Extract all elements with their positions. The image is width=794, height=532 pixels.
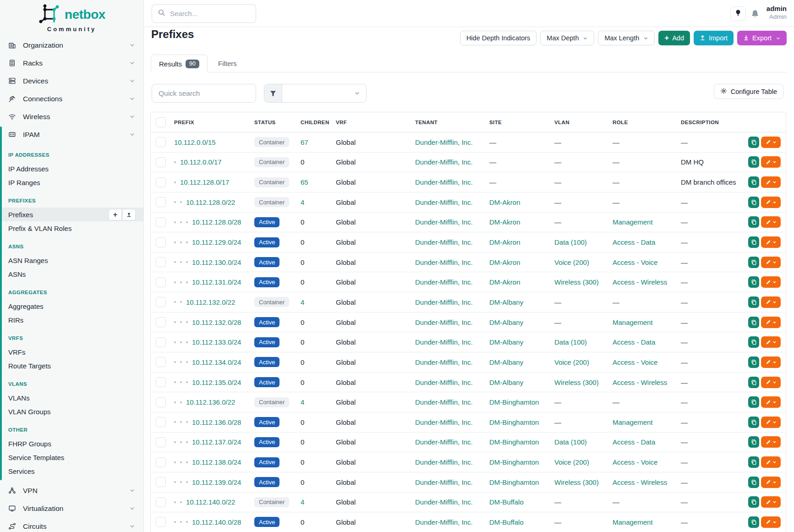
- prefix-link[interactable]: 10.112.0.0/17: [180, 158, 222, 166]
- prefix-link[interactable]: 10.112.138.0/24: [192, 458, 241, 466]
- role-cell-link[interactable]: Access - Voice: [613, 258, 657, 266]
- role-cell-link[interactable]: Management: [613, 318, 653, 326]
- tenant-cell-link[interactable]: Dunder-Mifflin, Inc.: [415, 298, 473, 306]
- tenant-cell-link[interactable]: Dunder-Mifflin, Inc.: [415, 378, 473, 386]
- row-checkbox[interactable]: [156, 277, 166, 287]
- role-cell-link[interactable]: Management: [613, 418, 653, 426]
- site-cell-link[interactable]: DM-Buffalo: [489, 518, 524, 526]
- row-checkbox[interactable]: [156, 397, 166, 407]
- sidebar-item-ip-ranges[interactable]: IP Ranges: [0, 176, 143, 189]
- role-cell-link[interactable]: Access - Data: [613, 238, 655, 246]
- brand[interactable]: netbox Community: [0, 0, 143, 33]
- copy-button[interactable]: [748, 276, 759, 288]
- sidebar-item-wireless[interactable]: Wireless: [0, 108, 143, 126]
- site-cell-link[interactable]: DM-Albany: [489, 338, 523, 346]
- sidebar-item-asn-ranges[interactable]: ASN Ranges: [0, 253, 143, 267]
- prefix-link[interactable]: 10.112.136.0/22: [186, 398, 235, 406]
- role-cell-link[interactable]: Access - Voice: [613, 358, 657, 366]
- row-checkbox[interactable]: [156, 297, 166, 307]
- tenant-cell-link[interactable]: Dunder-Mifflin, Inc.: [415, 318, 473, 326]
- tenant-cell-link[interactable]: Dunder-Mifflin, Inc.: [415, 438, 473, 446]
- tenant-cell-link[interactable]: Dunder-Mifflin, Inc.: [415, 218, 473, 226]
- vlan-cell-link[interactable]: Wireless (300): [554, 478, 599, 486]
- copy-button[interactable]: [748, 496, 759, 508]
- global-search-input[interactable]: Search...: [152, 4, 256, 23]
- children-link[interactable]: 67: [301, 138, 308, 146]
- row-checkbox[interactable]: [156, 437, 166, 447]
- import-prefix-button[interactable]: [122, 209, 136, 220]
- tenant-cell-link[interactable]: Dunder-Mifflin, Inc.: [415, 418, 473, 426]
- row-checkbox[interactable]: [156, 457, 166, 467]
- row-checkbox[interactable]: [156, 197, 166, 207]
- children-link[interactable]: 65: [301, 178, 308, 186]
- edit-button[interactable]: [761, 417, 781, 428]
- prefix-link[interactable]: 10.112.128.0/17: [180, 178, 229, 186]
- column-header-description[interactable]: DESCRIPTION: [681, 112, 719, 132]
- column-header-role[interactable]: ROLE: [613, 112, 628, 132]
- edit-button[interactable]: [761, 257, 781, 268]
- prefix-link[interactable]: 10.112.131.0/24: [192, 278, 241, 286]
- prefix-link[interactable]: 10.112.129.0/24: [192, 238, 241, 246]
- saved-filter-select[interactable]: [282, 84, 366, 102]
- copy-button[interactable]: [748, 317, 759, 328]
- copy-button[interactable]: [748, 156, 759, 168]
- site-cell-link[interactable]: DM-Akron: [489, 198, 520, 206]
- max-length-dropdown[interactable]: Max Length: [598, 31, 655, 45]
- site-cell-link[interactable]: DM-Binghamton: [489, 458, 539, 466]
- column-header-site[interactable]: SITE: [489, 112, 502, 132]
- hide-depth-indicators-button[interactable]: Hide Depth Indicators: [460, 31, 537, 45]
- tenant-cell-link[interactable]: Dunder-Mifflin, Inc.: [415, 478, 473, 486]
- export-button[interactable]: Export: [737, 31, 787, 45]
- edit-button[interactable]: [761, 496, 781, 508]
- prefix-link[interactable]: 10.112.134.0/24: [192, 358, 241, 366]
- row-checkbox[interactable]: [156, 497, 166, 507]
- sidebar-item-route-targets[interactable]: Route Targets: [0, 359, 143, 373]
- row-checkbox[interactable]: [156, 417, 166, 427]
- prefix-link[interactable]: 10.112.137.0/24: [192, 438, 241, 446]
- vlan-cell-link[interactable]: Data (100): [554, 438, 587, 446]
- sidebar-item-vlan-groups[interactable]: VLAN Groups: [0, 405, 143, 418]
- site-cell-link[interactable]: DM-Albany: [489, 298, 523, 306]
- site-cell-link[interactable]: DM-Akron: [489, 218, 520, 226]
- edit-button[interactable]: [761, 236, 781, 248]
- theme-toggle-button[interactable]: [730, 6, 746, 21]
- row-checkbox[interactable]: [156, 137, 166, 147]
- tenant-cell-link[interactable]: Dunder-Mifflin, Inc.: [415, 278, 473, 286]
- vlan-cell-link[interactable]: Voice (200): [554, 458, 589, 466]
- row-checkbox[interactable]: [156, 337, 166, 347]
- row-checkbox[interactable]: [156, 377, 166, 387]
- column-header-vrf[interactable]: VRF: [336, 112, 347, 132]
- vlan-cell-link[interactable]: Data (100): [554, 338, 587, 346]
- role-cell-link[interactable]: Access - Wireless: [613, 478, 667, 486]
- copy-button[interactable]: [748, 296, 759, 308]
- notifications-button[interactable]: [750, 9, 760, 20]
- copy-button[interactable]: [748, 436, 759, 448]
- edit-button[interactable]: [761, 176, 781, 188]
- tenant-cell-link[interactable]: Dunder-Mifflin, Inc.: [415, 178, 473, 186]
- edit-button[interactable]: [761, 137, 781, 148]
- copy-button[interactable]: [748, 477, 759, 488]
- site-cell-link[interactable]: DM-Binghamton: [489, 398, 539, 406]
- add-prefix-button[interactable]: [109, 209, 122, 220]
- tenant-cell-link[interactable]: Dunder-Mifflin, Inc.: [415, 398, 473, 406]
- sidebar-item-ipam[interactable]: IPAM: [0, 126, 143, 143]
- copy-button[interactable]: [748, 216, 759, 228]
- tenant-cell-link[interactable]: Dunder-Mifflin, Inc.: [415, 238, 473, 246]
- site-cell-link[interactable]: DM-Albany: [489, 378, 523, 386]
- sidebar-item-prefixes[interactable]: Prefixes: [0, 208, 143, 221]
- edit-button[interactable]: [761, 456, 781, 468]
- column-header-vlan[interactable]: VLAN: [554, 112, 569, 132]
- tenant-cell-link[interactable]: Dunder-Mifflin, Inc.: [415, 258, 473, 266]
- vlan-cell-link[interactable]: Voice (200): [554, 258, 589, 266]
- column-header-prefix[interactable]: PREFIX: [174, 112, 194, 132]
- tenant-cell-link[interactable]: Dunder-Mifflin, Inc.: [415, 338, 473, 346]
- tab-filters[interactable]: Filters: [211, 55, 244, 72]
- column-header-children[interactable]: CHILDREN: [301, 112, 329, 132]
- edit-button[interactable]: [761, 336, 781, 348]
- role-cell-link[interactable]: Management: [613, 218, 653, 226]
- children-link[interactable]: 4: [301, 298, 304, 306]
- vlan-cell-link[interactable]: Wireless (300): [554, 378, 599, 386]
- sidebar-item-ip-addresses[interactable]: IP Addresses: [0, 162, 143, 176]
- tenant-cell-link[interactable]: Dunder-Mifflin, Inc.: [415, 158, 473, 166]
- site-cell-link[interactable]: DM-Binghamton: [489, 418, 539, 426]
